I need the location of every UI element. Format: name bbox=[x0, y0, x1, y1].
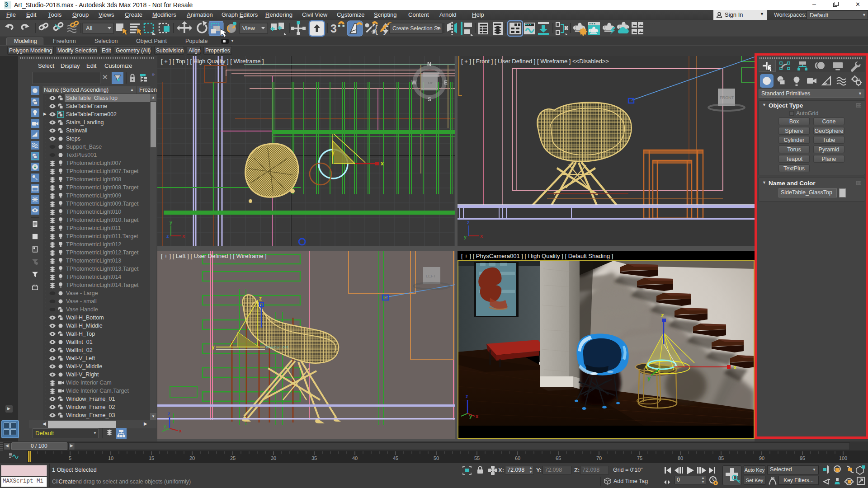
svg-text:x: x bbox=[733, 364, 737, 371]
svg-text:LEFT: LEFT bbox=[426, 274, 436, 278]
svg-text:z: z bbox=[166, 233, 169, 239]
svg-text:N: N bbox=[427, 61, 431, 67]
svg-text:All: All bbox=[86, 25, 93, 32]
svg-text:20: 20 bbox=[189, 455, 195, 461]
svg-text:85: 85 bbox=[718, 455, 724, 461]
svg-text:PhysCam 001: PhysCam 001 bbox=[266, 345, 289, 349]
svg-text:FRONT: FRONT bbox=[720, 95, 734, 100]
svg-text:75: 75 bbox=[637, 455, 642, 461]
svg-text:E: E bbox=[444, 80, 448, 86]
svg-text:z: z bbox=[467, 220, 470, 225]
svg-text:[ + ] [ PhysCamera001 ] [ High: [ + ] [ PhysCamera001 ] [ High Quality ]… bbox=[461, 253, 613, 259]
svg-text:y: y bbox=[331, 150, 335, 156]
svg-text:y: y bbox=[647, 375, 651, 381]
svg-text:25: 25 bbox=[230, 455, 236, 461]
svg-text:S: S bbox=[428, 96, 431, 103]
svg-text:y: y bbox=[170, 220, 173, 225]
svg-text:3: 3 bbox=[330, 22, 337, 35]
svg-text:W: W bbox=[411, 80, 417, 86]
svg-text:y: y bbox=[469, 413, 472, 419]
svg-text:[ + ] [ Front ] [ User Defined: [ + ] [ Front ] [ User Defined ] [ Wiref… bbox=[461, 58, 609, 65]
svg-text:y: y bbox=[464, 234, 467, 239]
svg-text:90: 90 bbox=[759, 455, 764, 461]
svg-text:45: 45 bbox=[393, 455, 398, 461]
svg-text:z: z bbox=[168, 411, 170, 416]
svg-text:[ + ] [ Top ] [ High Quality ]: [ + ] [ Top ] [ High Quality ] [ Wirefra… bbox=[161, 58, 264, 65]
svg-text:55: 55 bbox=[474, 455, 480, 461]
svg-text:65: 65 bbox=[556, 455, 561, 461]
svg-text:Create Selection Se: Create Selection Se bbox=[392, 25, 441, 32]
svg-text:x: x bbox=[179, 428, 182, 433]
svg-text:x: x bbox=[182, 233, 185, 239]
svg-text:15: 15 bbox=[149, 455, 154, 461]
svg-text:y: y bbox=[212, 344, 215, 350]
svg-text:10: 10 bbox=[108, 455, 113, 461]
svg-text:100: 100 bbox=[839, 455, 847, 461]
svg-text:[ + ] [ Left ] [ User Defined: [ + ] [ Left ] [ User Defined ] [ Wirefr… bbox=[161, 253, 267, 259]
svg-text:5: 5 bbox=[69, 455, 71, 461]
svg-text:{: { bbox=[374, 23, 378, 35]
svg-text:40: 40 bbox=[352, 455, 358, 461]
svg-text:80: 80 bbox=[678, 455, 683, 461]
svg-text:TOP: TOP bbox=[426, 81, 433, 85]
svg-text:View: View bbox=[242, 25, 255, 32]
svg-text:x: x bbox=[480, 233, 483, 239]
svg-text:z: z bbox=[259, 296, 262, 302]
svg-text:70: 70 bbox=[596, 455, 602, 461]
svg-text:x: x bbox=[381, 160, 384, 167]
svg-text:y: y bbox=[164, 423, 167, 429]
svg-text:x: x bbox=[476, 413, 479, 419]
svg-text:50: 50 bbox=[434, 455, 439, 461]
svg-text:60: 60 bbox=[515, 455, 520, 461]
svg-text:35: 35 bbox=[311, 455, 317, 461]
svg-text:z: z bbox=[466, 394, 468, 399]
svg-text:z: z bbox=[661, 312, 664, 319]
svg-text:30: 30 bbox=[271, 455, 276, 461]
svg-text:95: 95 bbox=[800, 455, 805, 461]
